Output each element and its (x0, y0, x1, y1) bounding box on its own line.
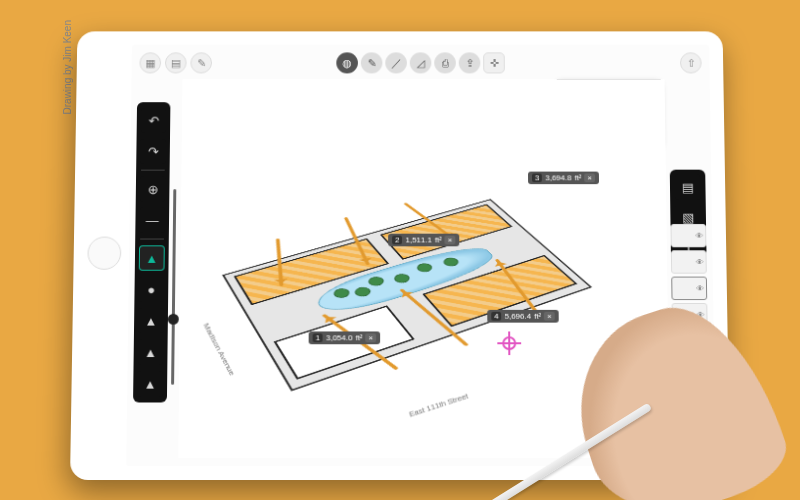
export-icon[interactable]: ⇧ (680, 52, 702, 73)
close-icon[interactable]: × (584, 174, 595, 183)
share-tool-icon[interactable]: ⇪ (459, 52, 481, 73)
close-icon[interactable]: × (445, 236, 456, 245)
tag-value: 3,694.8 (545, 174, 571, 183)
measure-tag-1[interactable]: 1 3,054.0 ft² × (309, 331, 380, 344)
measure-tag-3[interactable]: 3 3,694.8 ft² × (528, 172, 599, 185)
tag-value: 1,511.1 (405, 236, 431, 245)
layers-icon[interactable]: ▤ (675, 174, 701, 199)
eye-icon[interactable]: 👁 (696, 284, 704, 293)
grab-tool-icon[interactable]: ⊕ (140, 176, 166, 201)
angle-tool-icon[interactable]: ◿ (410, 52, 432, 73)
tag-unit: ft² (574, 174, 581, 183)
tag-unit: ft² (435, 236, 442, 245)
eye-icon[interactable]: 👁 (696, 258, 704, 267)
measure-tag-2[interactable]: 2 1,511.1 ft² × (388, 234, 459, 247)
hatch-tool-icon[interactable]: ◍ (336, 52, 358, 73)
pen-tool-icon[interactable]: ✎ (361, 52, 383, 73)
tag-value: 5,696.4 (505, 312, 532, 321)
layer-thumb[interactable]: 👁 (671, 250, 707, 273)
stroke-width-icon[interactable]: — (139, 207, 165, 232)
grid-icon[interactable]: ▦ (139, 52, 161, 73)
measure-tag-4[interactable]: 4 5,696.4 ft² × (487, 310, 558, 323)
close-icon[interactable]: × (366, 333, 377, 342)
pencil-tool-3-icon[interactable]: ▲ (137, 371, 163, 397)
layer-thumb[interactable]: 👁 (670, 224, 706, 247)
layer-thumb[interactable]: 👁 (671, 277, 707, 300)
tag-index: 2 (392, 236, 402, 245)
top-toolbar: ▦ ▤ ✎ ◍ ✎ ／ ◿ ⎙ ⇪ ✜ ⇧ (132, 50, 710, 75)
eye-icon[interactable]: 👁 (695, 231, 703, 240)
pencil-tool-1-icon[interactable]: ▲ (138, 308, 164, 334)
tag-index: 4 (491, 312, 501, 321)
print-icon[interactable]: ⎙ (434, 52, 456, 73)
tag-value: 3,054.0 (326, 333, 353, 342)
attribution-text: Drawing by Jim Keen (62, 20, 73, 114)
home-button[interactable] (87, 237, 121, 270)
tag-index: 3 (532, 174, 542, 183)
undo-icon[interactable]: ↶ (141, 108, 167, 133)
redo-icon[interactable]: ↷ (140, 139, 166, 164)
layout-icon[interactable]: ▤ (165, 52, 187, 73)
separator (140, 239, 164, 240)
target-icon[interactable]: ✜ (483, 52, 505, 73)
tag-index: 1 (313, 333, 323, 342)
tag-unit: ft² (355, 333, 362, 342)
cursor-crosshair (497, 331, 521, 355)
line-tool-icon[interactable]: ／ (385, 52, 407, 73)
settings-icon[interactable]: ✎ (190, 52, 212, 73)
tag-unit: ft² (534, 312, 541, 321)
close-icon[interactable]: × (544, 312, 555, 321)
pencil-tool-2-icon[interactable]: ▲ (138, 339, 164, 365)
separator (141, 170, 165, 171)
